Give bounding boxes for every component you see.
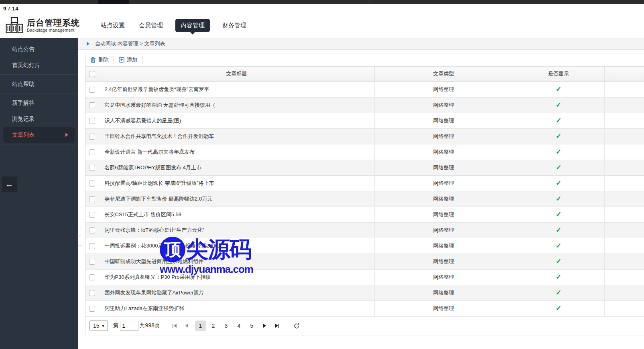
column-header-type: 文章类型 (374, 67, 513, 81)
main: 站点公告 首页幻灯片 站点帮助 新手解答 浏览记录 文章列表 ← 自动阅读 内容… (0, 38, 644, 349)
row-checkbox[interactable] (89, 181, 95, 187)
article-type-cell: 网络整理 (374, 128, 513, 144)
article-type-cell: 网络整理 (374, 175, 513, 191)
row-checkbox[interactable] (89, 87, 95, 93)
next-page-button[interactable] (260, 321, 270, 331)
chevron-down-icon: ▾ (102, 324, 104, 328)
breadcrumb-arrow-icon (87, 42, 89, 46)
row-checkbox[interactable] (89, 134, 95, 140)
logo: 后台管理系统 Backstage management (6, 17, 80, 33)
article-type-cell: 网络整理 (374, 254, 513, 269)
nav-tab-label: 财务管理 (222, 22, 246, 28)
article-title-cell: 英菲尼迪下调旗下车型售价 最高降幅达2.0万元 (99, 191, 374, 207)
sidebar-divider (0, 144, 78, 144)
delete-button[interactable]: 删除 (85, 53, 114, 66)
article-type-cell: 网络整理 (374, 160, 513, 175)
sidebar-divider (0, 74, 78, 75)
breadcrumb-text: 自动阅读 内容管理 > 文章列表 (95, 40, 165, 47)
app-subtitle: Backstage management (27, 28, 80, 33)
row-checkbox[interactable] (89, 102, 95, 108)
article-title-cell: 科技配置高/轴距比朗逸长 荣威i6“升级版”将上市 (99, 175, 374, 191)
row-checkbox[interactable] (89, 290, 95, 296)
table-row: 科技配置高/轴距比朗逸长 荣威i6“升级版”将上市 网络整理 ✓ (85, 175, 644, 191)
table-row: 阿里助力Lazada在东南亚强势扩张 网络整理 ✓ (85, 300, 644, 316)
article-type-cell: 网络整理 (374, 300, 513, 316)
sidebar-item-2[interactable]: 站点帮助 (0, 76, 78, 92)
article-type-cell: 网络整理 (374, 285, 513, 300)
nav-tab-2[interactable]: 内容管理 (175, 19, 210, 32)
row-checkbox[interactable] (89, 274, 95, 280)
refresh-button[interactable] (292, 321, 302, 331)
article-type-cell: 网络整理 (374, 97, 513, 113)
nav-tab-1[interactable]: 会员管理 (137, 19, 165, 32)
first-page-button[interactable] (170, 321, 180, 331)
page-prefix-label: 第 (113, 322, 119, 329)
article-title-cell: 华为P30系列真机曝光：P30 Pro采用屏下指纹 (99, 269, 374, 285)
check-icon: ✓ (556, 273, 561, 281)
back-button[interactable]: ← (2, 177, 17, 192)
row-checkbox[interactable] (89, 165, 95, 171)
page-number-button[interactable]: 3 (221, 321, 232, 331)
row-checkbox[interactable] (89, 149, 95, 155)
nav-tab-label: 站点设置 (101, 22, 125, 28)
page-indicator: 9 / 14 (0, 4, 644, 13)
row-checkbox[interactable] (89, 196, 95, 202)
refresh-icon (294, 323, 300, 329)
breadcrumb: 自动阅读 内容管理 > 文章列表 (78, 38, 644, 50)
article-title-cell: 国外网友发现苹果网站隐藏了AirPower照片 (99, 285, 374, 300)
page-number-button[interactable]: 5 (246, 321, 257, 331)
article-type-cell: 网络整理 (374, 269, 513, 285)
back-arrow-icon: ← (5, 180, 13, 189)
article-panel: 删除 添加 文章标题 文章类型 (85, 53, 644, 335)
sidebar-item-4[interactable]: 浏览记录 (0, 111, 78, 127)
article-type-cell: 网络整理 (374, 144, 513, 160)
trash-icon (90, 57, 96, 63)
row-checkbox[interactable] (89, 212, 95, 218)
sidebar-item-5[interactable]: 文章列表 (3, 127, 75, 143)
select-all-checkbox[interactable] (89, 71, 95, 77)
sidebar-item-1[interactable]: 首页幻灯片 (0, 57, 78, 73)
table-row: 2.4亿年前世界最早新铰齿鱼类“现身”云南罗平 网络整理 ✓ (85, 81, 644, 97)
article-title-cell: 识人不清贼容易爱错人的星座(图) (99, 113, 374, 128)
page-size-select[interactable]: 15 ▾ (89, 321, 108, 331)
table-row: 中国研制成功大型先进商用压水堆燃料组件 网络整理 ✓ (85, 254, 644, 269)
prev-page-button[interactable] (183, 321, 192, 331)
page-number-input[interactable] (120, 321, 138, 331)
table-row: 华为P30系列真机曝光：P30 Pro采用屏下指纹 网络整理 ✓ (85, 269, 644, 285)
row-checkbox[interactable] (89, 259, 95, 265)
row-checkbox[interactable] (89, 118, 95, 124)
toolbar: 删除 添加 (85, 53, 644, 67)
page-number-button[interactable]: 1 (195, 321, 206, 331)
sidebar-item-0[interactable]: 站点公告 (0, 41, 78, 57)
page-size-value: 15 (93, 323, 100, 329)
page-number-button[interactable]: 2 (208, 321, 219, 331)
sidebar-collapse-handle[interactable]: ‹ (78, 227, 82, 246)
article-title-cell: 阿里助力Lazada在东南亚强势扩张 (99, 300, 374, 316)
row-checkbox[interactable] (89, 243, 95, 249)
browser-top-bar (0, 0, 644, 4)
sidebar-list: 站点公告 首页幻灯片 站点帮助 新手解答 浏览记录 文章列表 (0, 38, 78, 144)
table-header-row: 文章标题 文章类型 是否显示 (85, 67, 644, 81)
check-icon: ✓ (556, 179, 561, 187)
content: 自动阅读 内容管理 > 文章列表 删除 添加 (78, 38, 644, 349)
nav-tab-0[interactable]: 站点设置 (99, 19, 126, 32)
check-icon: ✓ (556, 211, 561, 218)
add-button[interactable]: 添加 (114, 53, 142, 66)
article-title-cell: 名爵6新能源TROPHY版官图发布 4月上市 (99, 160, 374, 175)
row-checkbox[interactable] (89, 227, 95, 233)
article-title-cell: 中国研制成功大型先进商用压水堆燃料组件 (99, 254, 374, 269)
active-arrow-icon (65, 133, 68, 137)
row-checkbox[interactable] (89, 306, 95, 312)
logo-text: 后台管理系统 Backstage management (27, 18, 80, 33)
table-row: 长安CS15正式上市 售价区间5.59 网络整理 ✓ (85, 207, 644, 222)
article-type-cell: 网络整理 (374, 113, 513, 128)
sidebar-item-3[interactable]: 新手解答 (0, 95, 78, 111)
check-icon: ✓ (556, 132, 561, 140)
nav-tab-3[interactable]: 财务管理 (221, 19, 248, 32)
check-icon: ✓ (556, 164, 561, 171)
sidebar-item-label: 站点公告 (12, 46, 35, 52)
sidebar-divider (0, 93, 78, 93)
last-page-button[interactable] (272, 321, 282, 331)
page-number-button[interactable]: 4 (234, 321, 244, 331)
article-type-cell: 网络整理 (374, 207, 513, 222)
